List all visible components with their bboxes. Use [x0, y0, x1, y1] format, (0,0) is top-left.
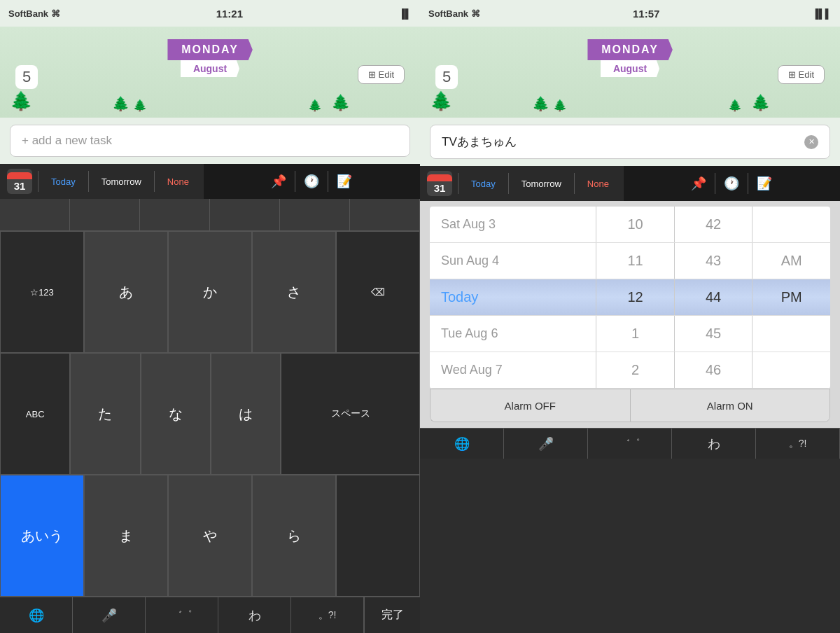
right-status-right: ▐▌▌: [812, 8, 832, 19]
cand-3[interactable]: [140, 199, 210, 230]
picker-ampm-tue: [752, 316, 830, 352]
kb-mic[interactable]: 🎤: [73, 597, 146, 633]
right-task-input-area: TVあまちゅん ✕: [420, 118, 840, 166]
cal-top: [7, 172, 32, 179]
right-today-tab[interactable]: Today: [464, 174, 503, 193]
left-status-left: SoftBank ⌘: [8, 8, 60, 19]
kb-key-kigou[interactable]: ☆123: [0, 231, 84, 353]
right-edit-button[interactable]: ⊞ Edit: [778, 65, 825, 84]
right-phone-panel: SoftBank ⌘ 11:57 ▐▌▌ MONDAY August 5 ⊞ E…: [420, 0, 840, 633]
divider-1: [38, 171, 38, 192]
right-time: 11:57: [633, 8, 659, 20]
picker-hour-wed: 2: [596, 352, 675, 388]
pin-icon[interactable]: 📌: [271, 174, 286, 189]
right-wifi-icon: ⌘: [471, 8, 480, 19]
right-edit-icon: ⊞: [788, 69, 796, 80]
left-today-tab[interactable]: Today: [44, 172, 83, 191]
divider-2: [88, 171, 89, 192]
note-icon[interactable]: 📝: [337, 174, 352, 189]
kb-delete[interactable]: ⌫: [336, 231, 420, 353]
left-tomorrow-tab[interactable]: Tomorrow: [94, 172, 148, 191]
right-tomorrow-tab[interactable]: Tomorrow: [514, 174, 568, 193]
cand-6[interactable]: [350, 199, 420, 230]
r-tree-4: 🌲: [751, 94, 770, 112]
r-kb-dakuten[interactable]: ゛゜: [588, 429, 672, 459]
left-edit-button[interactable]: ⊞ Edit: [358, 65, 405, 84]
kb-key-abc[interactable]: ABC: [0, 353, 70, 475]
cand-2[interactable]: [70, 199, 140, 230]
r-kb-globe[interactable]: 🌐: [420, 429, 504, 459]
picker-date-wed: Wed Aug 7: [430, 352, 596, 388]
picker-row-wed[interactable]: Wed Aug 7 2 46: [430, 352, 830, 389]
kb-key-ka[interactable]: か: [168, 231, 252, 353]
kb-key-sa[interactable]: さ: [252, 231, 336, 353]
left-toolbar-left: 31 Today Tomorrow None: [0, 164, 203, 199]
clear-button[interactable]: ✕: [804, 135, 818, 149]
right-task-input[interactable]: TVあまちゅん ✕: [430, 125, 830, 159]
kb-key-ta[interactable]: た: [70, 353, 140, 475]
alarm-buttons: Alarm OFF Alarm ON: [430, 389, 830, 422]
kb-done[interactable]: 完了: [364, 597, 420, 633]
picker-min-wed: 46: [675, 352, 753, 388]
kb-globe[interactable]: 🌐: [0, 597, 73, 633]
kb-key-ra[interactable]: ら: [252, 475, 336, 597]
picker-ampm-sat: [752, 207, 830, 242]
kb-key-space[interactable]: スペース: [281, 353, 420, 475]
left-keyboard: ☆123 あ か さ ⌫ ABC た な は スペース あいう ま や ら 🌐 …: [0, 231, 420, 633]
kb-row-2: ABC た な は スペース: [0, 353, 420, 475]
clock-icon[interactable]: 🕐: [304, 174, 319, 189]
left-toolbar-right: 📌 🕐 📝: [204, 164, 420, 199]
picker-ampm-today: PM: [752, 279, 830, 315]
r-kb-wa[interactable]: わ: [672, 429, 756, 459]
cand-4[interactable]: [210, 199, 280, 230]
r-note-icon[interactable]: 📝: [757, 176, 772, 191]
kb-key-empty: [336, 475, 420, 597]
left-none-tab[interactable]: None: [160, 172, 196, 191]
left-carrier: SoftBank: [8, 8, 48, 19]
kb-key-ha[interactable]: は: [211, 353, 281, 475]
r-kb-mic[interactable]: 🎤: [504, 429, 588, 459]
divider-4: [295, 171, 295, 192]
kb-wa[interactable]: わ: [218, 597, 291, 633]
kb-key-aiueo[interactable]: あいう: [0, 475, 84, 597]
picker-min-tue: 45: [675, 316, 753, 352]
r-tree-5: 🌲: [728, 99, 742, 112]
picker-row-tue[interactable]: Tue Aug 6 1 45: [430, 316, 830, 352]
picker-row-today[interactable]: Today 12 44 PM: [430, 279, 830, 316]
tree-icon-5: 🌲: [308, 99, 322, 112]
r-kb-kuten[interactable]: 。?!: [756, 429, 840, 459]
tree-icon-3: 🌲: [133, 99, 147, 112]
edit-icon: ⊞: [368, 69, 376, 80]
r-clock-icon[interactable]: 🕐: [724, 176, 739, 191]
picker-row-sat[interactable]: Sat Aug 3 10 42: [430, 207, 830, 243]
r-tree-1: 🌲: [430, 90, 452, 112]
picker-date-sun: Sun Aug 4: [430, 243, 596, 279]
r-pin-icon[interactable]: 📌: [691, 176, 706, 191]
kb-key-ya[interactable]: や: [168, 475, 252, 597]
cand-5[interactable]: [280, 199, 350, 230]
alarm-off-button[interactable]: Alarm OFF: [430, 389, 630, 422]
left-task-input[interactable]: + add a new task: [10, 125, 410, 157]
picker-min-sat: 42: [675, 207, 753, 242]
alarm-on-button[interactable]: Alarm ON: [630, 389, 831, 422]
cand-1[interactable]: [0, 199, 70, 230]
kb-dakuten[interactable]: ゛゜: [146, 597, 218, 633]
right-day-sign: MONDAY: [587, 39, 673, 60]
r-tree-2: 🌲: [532, 95, 550, 112]
kb-key-a[interactable]: あ: [84, 231, 168, 353]
tree-icon-2: 🌲: [112, 95, 130, 112]
left-calendar-icon[interactable]: 31: [7, 169, 32, 194]
kb-key-na[interactable]: な: [141, 353, 211, 475]
picker-date-today: Today: [430, 279, 596, 315]
kb-kuten[interactable]: 。?!: [291, 597, 364, 633]
picker-hour-sat: 10: [596, 207, 675, 242]
date-picker-container: Sat Aug 3 10 42 Sun Aug 4 11 43 AM Today…: [420, 201, 840, 633]
right-calendar-icon[interactable]: 31: [427, 171, 452, 196]
picker-hour-today: 12: [596, 279, 675, 315]
right-none-tab[interactable]: None: [580, 174, 616, 193]
kb-key-ma[interactable]: ま: [84, 475, 168, 597]
right-toolbar-left: 31 Today Tomorrow None: [420, 166, 623, 201]
left-candidate-bar: [0, 199, 420, 231]
r-divider-4: [715, 173, 715, 194]
picker-row-sun[interactable]: Sun Aug 4 11 43 AM: [430, 243, 830, 279]
